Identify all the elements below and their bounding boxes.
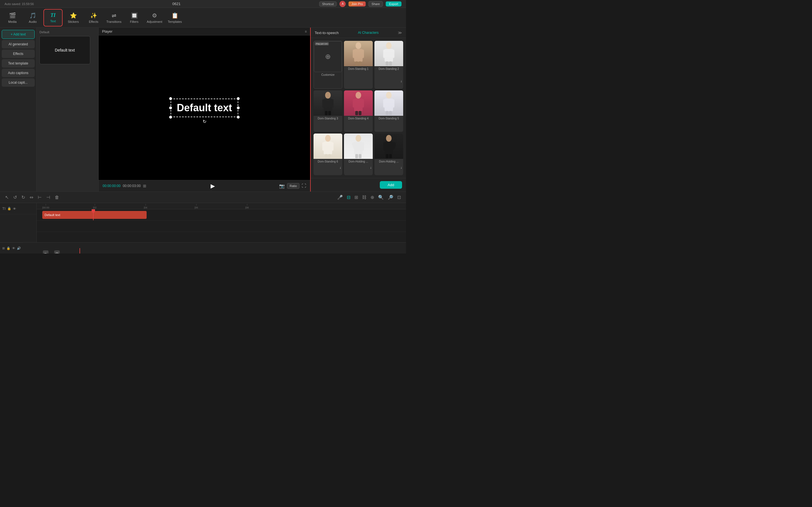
svg-rect-2 [353, 50, 356, 58]
eye-icon[interactable]: 👁 [13, 207, 16, 210]
magnet-button[interactable]: ⊞ [353, 193, 359, 201]
add-button[interactable]: Add [380, 181, 402, 189]
toolbar-templates[interactable]: 📋 Templates [165, 9, 185, 26]
handle-top-left[interactable] [169, 97, 172, 100]
character-card-dom-holding-1[interactable]: ↓ Dom-Holding ... [344, 133, 373, 175]
join-pro-button[interactable]: Join Pro [349, 1, 365, 6]
toolbar-stickers[interactable]: ⭐ Stickers [64, 9, 83, 26]
ai-characters-button[interactable]: AI Characters [358, 31, 378, 35]
left-sidebar: + Add text AI generated Effects Text tem… [0, 27, 37, 191]
character-label-3: Dom-Standing 3 [313, 116, 342, 121]
text-section-title: Default [40, 31, 96, 34]
characters-grid: Pay per cre ⊕ Customize [311, 38, 406, 178]
toolbar-filters[interactable]: 🔲 Filters [124, 9, 144, 26]
copy-button[interactable]: ⊕ [369, 193, 375, 201]
player-menu-icon[interactable]: ≡ [305, 30, 307, 34]
effects-icon: ✨ [90, 12, 97, 19]
text-track-label: TI 🔒 👁 [0, 203, 36, 214]
snap-button[interactable]: ⊟ [346, 193, 352, 201]
character-label-1: Dom-Standing 1 [344, 66, 373, 71]
default-text-card[interactable]: Default text [40, 36, 90, 64]
handle-middle-right[interactable] [237, 107, 240, 109]
svg-rect-28 [386, 111, 389, 115]
lock-icon[interactable]: 🔒 [7, 207, 11, 210]
svg-rect-14 [322, 99, 325, 108]
handle-bottom-left[interactable] [169, 116, 172, 119]
character-card-dom-standing-1[interactable]: Dom-Standing 1 [344, 41, 373, 89]
effects-sidebar-button[interactable]: Effects [2, 50, 35, 58]
toolbar-transitions[interactable]: ⇌ Transitions [104, 9, 123, 26]
auto-captions-button[interactable]: Auto captions [2, 69, 35, 77]
link-button[interactable]: ⛓ [361, 194, 368, 201]
timeline-track-labels: TI 🔒 👁 [0, 203, 37, 242]
text-icon: TI [50, 12, 56, 18]
toolbar-media[interactable]: 🎬 Media [3, 9, 22, 26]
handle-bottom-right[interactable] [237, 116, 240, 119]
svg-rect-9 [392, 50, 395, 58]
fullscreen-button[interactable]: ⛶ [302, 183, 306, 188]
toolbar-adjustment[interactable]: ⚙ Adjustment [145, 9, 164, 26]
redo-button[interactable]: ↻ [20, 193, 26, 201]
lower-playhead [80, 248, 80, 254]
split-timeline-button[interactable]: ⊟ [54, 250, 60, 254]
svg-point-18 [356, 92, 361, 99]
trim-right-button[interactable]: ⊣ [45, 193, 51, 201]
customize-card[interactable]: ⊕ [314, 41, 342, 72]
timeline-right-tools: 🎤 ⊟ ⊞ ⛓ ⊕ 🔍 🔎 ⊡ [336, 193, 402, 201]
svg-rect-47 [389, 154, 392, 158]
lower-audio-icon[interactable]: 🔊 [17, 246, 21, 250]
zoom-out-button[interactable]: 🔍 [377, 193, 385, 201]
share-button[interactable]: Share [368, 1, 383, 7]
character-card-dom-standing-3[interactable]: Dom-Standing 3 [313, 91, 342, 132]
svg-rect-17 [328, 111, 331, 115]
local-captions-button[interactable]: Local capti... [2, 78, 35, 87]
toolbar-text[interactable]: TI Text [43, 9, 63, 26]
handle-top-right[interactable] [237, 97, 240, 100]
text-box[interactable]: Default text [170, 99, 238, 117]
add-text-button[interactable]: + Add text [2, 30, 35, 39]
svg-rect-15 [331, 99, 334, 108]
autosave-label: Auto saved: 15:59:56 [4, 2, 34, 6]
handle-middle-left[interactable] [169, 107, 172, 109]
edit-button[interactable]: ✏ [43, 250, 49, 254]
ratio-button[interactable]: Ratio [287, 183, 299, 189]
svg-rect-4 [355, 61, 358, 66]
text-track-row: Default text [37, 209, 406, 221]
toolbar-adjustment-label: Adjustment [147, 20, 162, 23]
zoom-in-button[interactable]: 🔎 [387, 193, 395, 201]
text-template-button[interactable]: Text template [2, 59, 35, 68]
split-button[interactable]: ⇔ [29, 193, 35, 201]
grid-view-icon[interactable]: ⊞ [143, 184, 146, 188]
character-card-dom-holding-2[interactable]: ↓ Dom-Holding ... [374, 133, 403, 175]
undo-button[interactable]: ↺ [12, 193, 18, 201]
right-panel: Text-to-speech AI Characters ≫ Pay per c… [310, 27, 406, 191]
select-tool-button[interactable]: ↖ [4, 193, 10, 201]
trim-left-button[interactable]: ⊢ [37, 193, 43, 201]
toolbar-audio[interactable]: 🎵 Audio [23, 9, 42, 26]
character-card-dom-standing-2[interactable]: ↓ Dom-Standing 2 [374, 41, 403, 89]
svg-rect-10 [386, 61, 389, 66]
character-card-dom-standing-5[interactable]: Dom-Standing 5 [374, 91, 403, 132]
character-card-dom-standing-4[interactable]: Dom-Standing 4 [344, 91, 373, 132]
mic-button[interactable]: 🎤 [336, 193, 344, 201]
screenshot-button[interactable]: 📷 [279, 183, 285, 189]
svg-point-42 [386, 135, 392, 142]
character-card-customize[interactable]: Pay per cre ⊕ Customize [313, 41, 342, 89]
collapse-button[interactable]: ≫ [398, 31, 402, 35]
shortcut-button[interactable]: Shortcut [319, 1, 337, 6]
lower-lock-icon[interactable]: 🔒 [6, 246, 10, 250]
rotate-handle[interactable]: ↻ [203, 119, 206, 124]
current-time: 00:00:00:00 [103, 184, 120, 188]
ai-generated-button[interactable]: AI generated [2, 40, 35, 48]
fit-button[interactable]: ⊡ [396, 193, 402, 201]
character-label-6: Dom-Standing 6 [313, 159, 342, 164]
delete-button[interactable]: 🗑 [54, 194, 60, 201]
export-button[interactable]: Export [386, 1, 402, 6]
player-center-controls: ▶ [211, 182, 215, 189]
play-button[interactable]: ▶ [211, 182, 215, 189]
playhead[interactable] [93, 209, 94, 220]
character-card-dom-standing-6[interactable]: ↓ Dom-Standing 6 [313, 133, 342, 175]
lower-eye-icon[interactable]: 👁 [12, 246, 15, 250]
toolbar-effects[interactable]: ✨ Effects [84, 9, 103, 26]
text-overlay[interactable]: Default text ↻ [170, 99, 238, 117]
